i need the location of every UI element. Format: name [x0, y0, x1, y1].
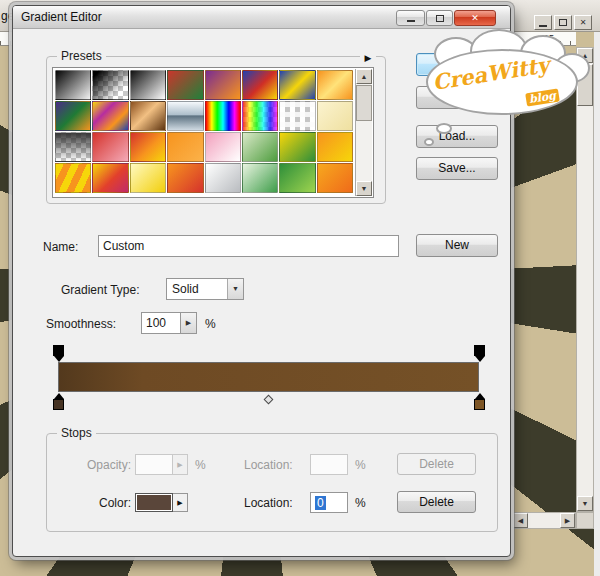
color-location-label: Location:	[244, 495, 293, 511]
color-flyout-button[interactable]: ▶	[173, 493, 188, 512]
preset-swatch[interactable]	[167, 70, 203, 100]
preset-swatch[interactable]	[130, 101, 166, 131]
preset-swatch[interactable]	[55, 101, 91, 131]
arrow-right-icon: ▶	[565, 517, 570, 524]
preset-swatch[interactable]	[242, 132, 278, 162]
gradient-type-select[interactable]: Solid ▼	[166, 278, 244, 300]
preset-swatch[interactable]	[92, 163, 128, 193]
preset-swatch[interactable]	[167, 132, 203, 162]
preset-swatch[interactable]	[205, 101, 241, 131]
arrow-down-icon: ▼	[361, 185, 368, 192]
preset-swatch[interactable]	[130, 132, 166, 162]
name-input[interactable]: Custom	[98, 235, 399, 257]
watermark-cloud: CreaWitty blog	[420, 33, 600, 153]
preset-swatch[interactable]	[317, 132, 353, 162]
scroll-right-button[interactable]: ▶	[560, 513, 575, 528]
gradient-type-value: Solid	[172, 281, 199, 297]
preset-swatch[interactable]	[55, 163, 91, 193]
cloud-bubble	[424, 138, 434, 146]
gradient-midpoint-handle[interactable]	[264, 395, 274, 405]
preset-swatch[interactable]	[279, 163, 315, 193]
spinner-arrow-icon: ▶	[177, 461, 182, 468]
horizontal-scrollbar[interactable]: ◀ ▶	[512, 512, 576, 529]
gradient-preview-bar[interactable]	[58, 362, 479, 392]
preset-swatch[interactable]	[279, 70, 315, 100]
preset-swatch[interactable]	[167, 163, 203, 193]
stops-group-label: Stops	[57, 426, 96, 440]
preset-swatch[interactable]	[279, 101, 315, 131]
preset-swatch[interactable]	[167, 101, 203, 131]
bg-minimize-button[interactable]	[534, 15, 552, 30]
preset-swatch[interactable]	[130, 163, 166, 193]
smoothness-input[interactable]: 100	[141, 312, 181, 334]
stop-color-swatch[interactable]	[135, 493, 173, 512]
spinner-arrow-icon: ▶	[186, 319, 191, 326]
bg-close-button[interactable]: ✕	[574, 15, 592, 30]
preset-swatch[interactable]	[92, 101, 128, 131]
preset-swatch[interactable]	[92, 132, 128, 162]
presets-group: Presets ▶ ▲ ▼	[46, 56, 386, 204]
preset-swatch[interactable]	[55, 132, 91, 162]
color-stop-left[interactable]	[52, 393, 65, 410]
preset-swatch[interactable]	[205, 70, 241, 100]
preset-grid	[54, 69, 354, 196]
presets-menu-icon: ▶	[365, 53, 372, 63]
color-label: Color:	[59, 495, 131, 511]
percent-label: %	[195, 457, 206, 473]
preset-swatch[interactable]	[317, 163, 353, 193]
percent-label: %	[355, 495, 366, 511]
close-icon: ✕	[471, 13, 479, 23]
opacity-stop-left[interactable]	[52, 345, 65, 362]
preset-swatch[interactable]	[242, 101, 278, 131]
color-stop-right[interactable]	[473, 393, 486, 410]
cloud-bubble	[436, 123, 452, 134]
scrollbar-corner	[576, 512, 594, 529]
presets-scroll-down-button[interactable]: ▼	[356, 181, 372, 196]
color-location-input[interactable]: 0	[310, 492, 348, 513]
opacity-input	[135, 454, 173, 475]
presets-menu-button[interactable]: ▶	[360, 51, 376, 65]
scroll-left-button[interactable]: ◀	[513, 513, 528, 528]
minimize-button[interactable]	[396, 10, 425, 26]
percent-label: %	[205, 316, 216, 332]
scroll-down-button[interactable]: ▼	[577, 496, 593, 511]
gradient-type-label: Gradient Type:	[61, 282, 140, 298]
dialog-title: Gradient Editor	[21, 6, 102, 29]
delete-opacity-stop-button: Delete	[397, 453, 476, 475]
screen: ge ✕ 15 ▲ ▼ ◀ ▶ Gradient Editor ✕	[0, 0, 600, 576]
bg-maximize-button[interactable]	[554, 15, 572, 30]
percent-label: %	[355, 457, 366, 473]
presets-scrollbar[interactable]: ▲ ▼	[355, 69, 372, 196]
opacity-stop-swatch	[53, 345, 64, 356]
preset-swatch[interactable]	[317, 101, 353, 131]
color-stop-swatch	[474, 399, 485, 410]
presets-scrollbar-thumb[interactable]	[356, 85, 372, 121]
preset-swatch[interactable]	[55, 70, 91, 100]
maximize-icon	[436, 15, 444, 22]
preset-swatch[interactable]	[242, 163, 278, 193]
opacity-spinner-button: ▶	[173, 454, 188, 475]
maximize-button[interactable]	[426, 10, 453, 26]
preset-swatch[interactable]	[130, 70, 166, 100]
opacity-label: Opacity:	[59, 457, 131, 473]
presets-scroll-up-button[interactable]: ▲	[356, 69, 372, 84]
close-button[interactable]: ✕	[454, 10, 496, 26]
opacity-stop-right[interactable]	[473, 345, 486, 362]
flyout-arrow-icon: ▶	[177, 499, 182, 506]
preset-swatch[interactable]	[317, 70, 353, 100]
stop-pointer-icon	[54, 356, 64, 362]
preset-swatch[interactable]	[92, 70, 128, 100]
preset-swatch[interactable]	[279, 132, 315, 162]
delete-color-stop-button[interactable]: Delete	[397, 491, 476, 513]
dialog-titlebar[interactable]: Gradient Editor ✕	[13, 6, 510, 29]
preset-swatch[interactable]	[205, 163, 241, 193]
opacity-stop-swatch	[474, 345, 485, 356]
save-button[interactable]: Save...	[416, 157, 498, 180]
stops-group: Stops Opacity: ▶ % Location: % Delete Co…	[46, 433, 498, 532]
new-button[interactable]: New	[416, 234, 498, 257]
preset-swatch[interactable]	[242, 70, 278, 100]
arrow-down-icon: ▼	[582, 500, 589, 507]
smoothness-spinner-button[interactable]: ▶	[181, 312, 197, 334]
arrow-up-icon: ▲	[361, 73, 368, 80]
preset-swatch[interactable]	[205, 132, 241, 162]
